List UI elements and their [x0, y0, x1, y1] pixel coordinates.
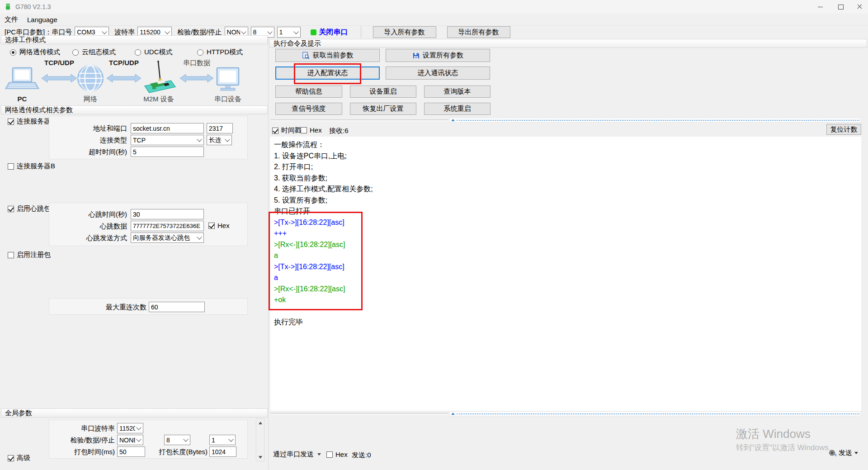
- g-baud-select[interactable]: 115200: [117, 423, 143, 433]
- radio-httpd-mode[interactable]: HTTPD模式: [197, 48, 243, 57]
- g-baud-label: 串口波特率: [49, 423, 115, 433]
- log-line: >[Rx<-][16:28:22][asc]: [274, 239, 861, 251]
- title-bar: G780 V2.1.3: [0, 0, 868, 14]
- pc-label: PC: [18, 95, 27, 103]
- radio-cloud-mode[interactable]: 云组态模式: [72, 48, 116, 57]
- pack-len-input[interactable]: [209, 446, 236, 457]
- log-h-scrollbar[interactable]: [449, 118, 861, 123]
- heartbeat-panel: 心跳时间(秒) 心跳数据 Hex 心跳发送方式 向服务器发送心跳包: [49, 203, 248, 246]
- scroll-up-button[interactable]: [256, 419, 264, 427]
- arrow-icon: [107, 74, 141, 82]
- log-h-scrollbar-bottom[interactable]: [449, 411, 861, 416]
- advanced-checkbox[interactable]: 高级: [8, 454, 30, 462]
- arrow-icon: [180, 74, 213, 82]
- system-restart-button[interactable]: 系统重启: [424, 103, 491, 115]
- hb-time-label: 心跳时间(秒): [49, 209, 127, 219]
- link2-label: TCP/UDP: [109, 59, 139, 66]
- checkbox-icon: [8, 119, 14, 125]
- splitter-groove: [270, 413, 448, 415]
- reconnect-input[interactable]: [149, 302, 205, 312]
- heartbeat-checkbox[interactable]: 启用心跳包: [8, 204, 51, 213]
- import-params-button[interactable]: 导入所有参数: [373, 26, 436, 38]
- chevron-down-icon: [136, 425, 141, 430]
- server-port-input[interactable]: [207, 123, 233, 133]
- reset-count-button[interactable]: 复位计数: [826, 124, 861, 135]
- scroll-marker-icon: [451, 119, 455, 121]
- chevron-down-icon: [183, 437, 188, 442]
- minimize-icon: [818, 7, 823, 7]
- work-mode-header: 选择工作模式: [1, 35, 268, 44]
- hb-time-input[interactable]: [131, 209, 204, 219]
- save-icon: [412, 52, 420, 59]
- log-area[interactable]: 一般操作流程：1. 设备连PC串口,上电;2. 打开串口;3. 获取当前参数;4…: [270, 137, 861, 411]
- hb-mode-select[interactable]: 向服务器发送心跳包: [131, 233, 204, 243]
- server-a-panel: 地址和端口 连接类型 TCP 长连 超时时间(秒): [49, 116, 248, 159]
- addr-port-label: 地址和端口: [49, 123, 127, 133]
- checkbox-icon: [8, 455, 14, 461]
- register-checkbox[interactable]: 启用注册包: [8, 251, 51, 259]
- help-info-button[interactable]: 帮助信息: [275, 85, 342, 98]
- global-scrollbar[interactable]: [256, 418, 264, 461]
- g-parity-select[interactable]: NONE: [117, 435, 143, 445]
- query-signal-button[interactable]: 查信号强度: [275, 103, 342, 115]
- triangle-down-icon: [259, 456, 262, 459]
- enter-config-button[interactable]: 进入配置状态: [275, 66, 380, 80]
- maximize-button[interactable]: [830, 0, 851, 14]
- hb-data-label: 心跳数据: [49, 221, 127, 231]
- chevron-down-icon: [228, 437, 233, 442]
- scroll-down-button[interactable]: [256, 453, 264, 461]
- search-document-icon: [302, 52, 310, 59]
- hb-hex-checkbox[interactable]: Hex: [208, 222, 230, 229]
- log-line: 4. 选择工作模式,配置相关参数;: [274, 184, 861, 195]
- window-title: G780 V2.1.3: [15, 3, 51, 10]
- stopbits-select[interactable]: 1: [277, 27, 301, 38]
- minimize-button[interactable]: [810, 0, 830, 14]
- chevron-down-icon: [197, 234, 202, 239]
- radio-net-transparent-mode[interactable]: 网络透传模式: [10, 48, 60, 57]
- link1-label: TCP/UDP: [44, 59, 74, 66]
- g-stopbits-select[interactable]: 1: [209, 435, 236, 445]
- device-restart-button[interactable]: 设备重启: [350, 85, 416, 98]
- factory-reset-button[interactable]: 恢复出厂设置: [350, 103, 416, 115]
- network-globe-icon: [78, 66, 103, 91]
- radio-icon: [10, 49, 16, 56]
- log-line: +++: [274, 228, 861, 239]
- recv-count: 接收:6: [329, 127, 349, 135]
- send-hex-checkbox[interactable]: Hex: [326, 451, 348, 458]
- export-params-button[interactable]: 导出所有参数: [447, 26, 510, 38]
- server-a-checkbox[interactable]: 连接服务器A: [8, 117, 55, 126]
- g-databits-select[interactable]: 8: [164, 435, 190, 445]
- server-address-input[interactable]: [131, 123, 204, 133]
- log-line: >[Tx->][16:28:22][asc]: [274, 261, 861, 273]
- set-params-button[interactable]: 设置所有参数: [386, 49, 490, 62]
- conn-type-select[interactable]: TCP: [131, 135, 204, 145]
- checkbox-icon: [8, 206, 14, 212]
- timeout-input[interactable]: [131, 147, 204, 157]
- toolbar-separator: [361, 26, 361, 38]
- checkbox-icon: [272, 128, 278, 134]
- chevron-down-icon: [241, 29, 246, 34]
- send-via-menu[interactable]: 通过串口发送: [273, 450, 321, 459]
- timestamp-checkbox[interactable]: 时间戳: [272, 126, 302, 135]
- log-hex-checkbox[interactable]: Hex: [301, 126, 322, 134]
- app-icon: [4, 3, 12, 11]
- chevron-down-icon: [225, 137, 230, 142]
- pc-laptop-icon: [5, 68, 39, 89]
- enter-comm-button[interactable]: 进入通讯状态: [386, 66, 490, 80]
- menu-language[interactable]: Language: [23, 14, 62, 25]
- query-version-button[interactable]: 查询版本: [424, 85, 491, 98]
- m2m-device-icon: [145, 61, 175, 93]
- log-line: 1. 设备连PC串口,上电;: [274, 151, 861, 162]
- hb-data-input[interactable]: [131, 221, 204, 231]
- menu-file[interactable]: 文件: [0, 14, 23, 25]
- server-b-checkbox[interactable]: 连接服务器B: [8, 162, 55, 171]
- log-line: >[Rx<-][16:28:22][asc]: [274, 284, 861, 295]
- conn-keep-select[interactable]: 长连: [207, 135, 232, 145]
- close-button[interactable]: [851, 0, 868, 14]
- checkbox-icon: [326, 451, 333, 458]
- global-params-header: 全局参数: [1, 408, 268, 418]
- close-port-button[interactable]: 关闭串口: [319, 28, 348, 37]
- radio-udc-mode[interactable]: UDC模式: [135, 48, 173, 57]
- log-line: 串口已打开: [274, 206, 861, 217]
- get-params-button[interactable]: 获取当前参数: [275, 49, 380, 62]
